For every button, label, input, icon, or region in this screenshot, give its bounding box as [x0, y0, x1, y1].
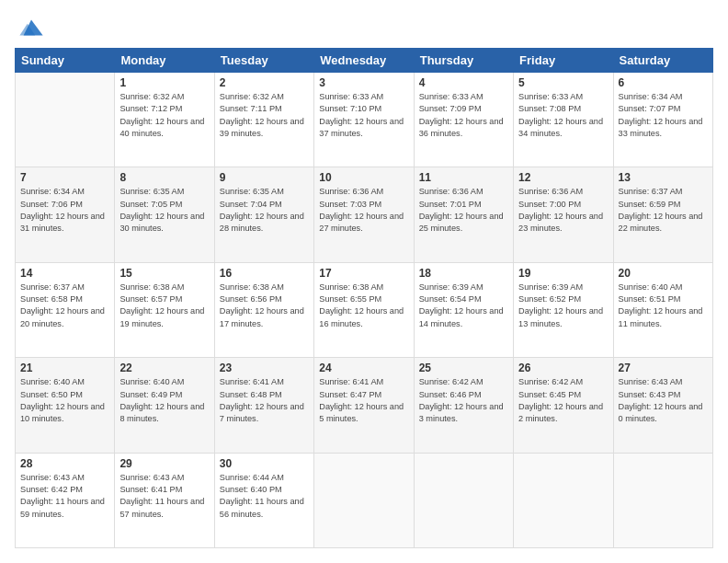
day-info: Sunrise: 6:40 AMSunset: 6:49 PMDaylight:…	[119, 376, 209, 425]
day-number: 2	[220, 76, 309, 89]
calendar-cell: 25Sunrise: 6:42 AMSunset: 6:46 PMDayligh…	[414, 358, 513, 453]
calendar-cell	[414, 453, 513, 547]
calendar-cell: 14Sunrise: 6:37 AMSunset: 6:58 PMDayligh…	[16, 262, 115, 357]
calendar-cell: 11Sunrise: 6:36 AMSunset: 7:01 PMDayligh…	[414, 167, 513, 262]
calendar-cell	[314, 453, 414, 547]
calendar-cell: 13Sunrise: 6:37 AMSunset: 6:59 PMDayligh…	[613, 167, 712, 262]
calendar-cell	[613, 453, 712, 547]
day-info: Sunrise: 6:36 AMSunset: 7:01 PMDaylight:…	[419, 186, 508, 235]
day-info: Sunrise: 6:34 AMSunset: 7:06 PMDaylight:…	[20, 186, 109, 235]
day-number: 15	[119, 267, 209, 280]
calendar-cell: 7Sunrise: 6:34 AMSunset: 7:06 PMDaylight…	[16, 167, 115, 262]
day-info: Sunrise: 6:39 AMSunset: 6:52 PMDaylight:…	[518, 282, 608, 330]
calendar-cell: 12Sunrise: 6:36 AMSunset: 7:00 PMDayligh…	[514, 167, 613, 262]
calendar-cell: 8Sunrise: 6:35 AMSunset: 7:05 PMDaylight…	[115, 167, 214, 262]
calendar-cell: 28Sunrise: 6:43 AMSunset: 6:42 PMDayligh…	[16, 453, 115, 547]
calendar-cell: 6Sunrise: 6:34 AMSunset: 7:07 PMDaylight…	[613, 73, 712, 167]
calendar-week-5: 28Sunrise: 6:43 AMSunset: 6:42 PMDayligh…	[16, 453, 713, 547]
day-number: 20	[619, 267, 708, 280]
day-number: 8	[119, 171, 209, 184]
day-number: 10	[319, 171, 408, 184]
calendar-cell: 29Sunrise: 6:43 AMSunset: 6:41 PMDayligh…	[115, 453, 214, 547]
day-info: Sunrise: 6:34 AMSunset: 7:07 PMDaylight:…	[619, 91, 708, 140]
weekday-thursday: Thursday	[414, 49, 513, 73]
calendar-cell: 15Sunrise: 6:38 AMSunset: 6:57 PMDayligh…	[115, 262, 214, 357]
calendar-cell: 21Sunrise: 6:40 AMSunset: 6:50 PMDayligh…	[16, 358, 115, 453]
day-info: Sunrise: 6:37 AMSunset: 6:59 PMDaylight:…	[619, 186, 708, 235]
day-number: 12	[518, 171, 608, 184]
logo	[15, 15, 44, 40]
day-number: 5	[518, 76, 608, 89]
calendar-week-1: 1Sunrise: 6:32 AMSunset: 7:12 PMDaylight…	[16, 73, 713, 167]
day-number: 17	[319, 267, 408, 280]
day-number: 29	[119, 457, 209, 470]
day-number: 25	[419, 362, 508, 374]
calendar-cell: 10Sunrise: 6:36 AMSunset: 7:03 PMDayligh…	[314, 167, 414, 262]
calendar-cell	[514, 453, 613, 547]
weekday-header-row: SundayMondayTuesdayWednesdayThursdayFrid…	[16, 49, 713, 73]
calendar-week-4: 21Sunrise: 6:40 AMSunset: 6:50 PMDayligh…	[16, 358, 713, 453]
calendar-cell: 24Sunrise: 6:41 AMSunset: 6:47 PMDayligh…	[314, 358, 414, 453]
day-info: Sunrise: 6:33 AMSunset: 7:08 PMDaylight:…	[518, 91, 608, 140]
header	[15, 15, 713, 40]
day-number: 23	[220, 362, 309, 374]
calendar-cell: 2Sunrise: 6:32 AMSunset: 7:11 PMDaylight…	[214, 73, 313, 167]
day-info: Sunrise: 6:44 AMSunset: 6:40 PMDaylight:…	[220, 472, 309, 521]
calendar-week-3: 14Sunrise: 6:37 AMSunset: 6:58 PMDayligh…	[16, 262, 713, 357]
calendar-cell: 23Sunrise: 6:41 AMSunset: 6:48 PMDayligh…	[214, 358, 313, 453]
calendar-cell: 22Sunrise: 6:40 AMSunset: 6:49 PMDayligh…	[115, 358, 214, 453]
day-number: 24	[319, 362, 408, 374]
day-number: 9	[220, 171, 309, 184]
day-info: Sunrise: 6:43 AMSunset: 6:43 PMDaylight:…	[619, 376, 708, 425]
day-info: Sunrise: 6:41 AMSunset: 6:47 PMDaylight:…	[319, 376, 408, 425]
calendar-cell: 4Sunrise: 6:33 AMSunset: 7:09 PMDaylight…	[414, 73, 513, 167]
calendar-cell: 9Sunrise: 6:35 AMSunset: 7:04 PMDaylight…	[214, 167, 313, 262]
day-info: Sunrise: 6:38 AMSunset: 6:57 PMDaylight:…	[119, 282, 209, 330]
calendar-cell: 26Sunrise: 6:42 AMSunset: 6:45 PMDayligh…	[514, 358, 613, 453]
day-info: Sunrise: 6:36 AMSunset: 7:00 PMDaylight:…	[518, 186, 608, 235]
weekday-monday: Monday	[115, 49, 214, 73]
weekday-saturday: Saturday	[613, 49, 712, 73]
day-number: 19	[518, 267, 608, 280]
calendar-cell: 5Sunrise: 6:33 AMSunset: 7:08 PMDaylight…	[514, 73, 613, 167]
day-info: Sunrise: 6:32 AMSunset: 7:12 PMDaylight:…	[119, 91, 209, 140]
calendar-cell: 30Sunrise: 6:44 AMSunset: 6:40 PMDayligh…	[214, 453, 313, 547]
calendar-cell: 19Sunrise: 6:39 AMSunset: 6:52 PMDayligh…	[514, 262, 613, 357]
day-number: 18	[419, 267, 508, 280]
weekday-wednesday: Wednesday	[314, 49, 414, 73]
day-number: 3	[319, 76, 408, 89]
day-info: Sunrise: 6:41 AMSunset: 6:48 PMDaylight:…	[220, 376, 309, 425]
calendar-cell: 18Sunrise: 6:39 AMSunset: 6:54 PMDayligh…	[414, 262, 513, 357]
calendar-cell: 27Sunrise: 6:43 AMSunset: 6:43 PMDayligh…	[613, 358, 712, 453]
day-info: Sunrise: 6:37 AMSunset: 6:58 PMDaylight:…	[20, 282, 109, 330]
day-info: Sunrise: 6:36 AMSunset: 7:03 PMDaylight:…	[319, 186, 408, 235]
day-info: Sunrise: 6:35 AMSunset: 7:04 PMDaylight:…	[220, 186, 309, 235]
day-number: 22	[119, 362, 209, 374]
calendar-week-2: 7Sunrise: 6:34 AMSunset: 7:06 PMDaylight…	[16, 167, 713, 262]
day-info: Sunrise: 6:32 AMSunset: 7:11 PMDaylight:…	[220, 91, 309, 140]
day-info: Sunrise: 6:33 AMSunset: 7:10 PMDaylight:…	[319, 91, 408, 140]
day-number: 30	[220, 457, 309, 470]
day-number: 11	[419, 171, 508, 184]
day-info: Sunrise: 6:39 AMSunset: 6:54 PMDaylight:…	[419, 282, 508, 330]
day-number: 28	[20, 457, 109, 470]
day-info: Sunrise: 6:33 AMSunset: 7:09 PMDaylight:…	[419, 91, 508, 140]
calendar-cell: 3Sunrise: 6:33 AMSunset: 7:10 PMDaylight…	[314, 73, 414, 167]
weekday-friday: Friday	[514, 49, 613, 73]
day-number: 6	[619, 76, 708, 89]
day-number: 26	[518, 362, 608, 374]
day-number: 27	[619, 362, 708, 374]
day-info: Sunrise: 6:38 AMSunset: 6:56 PMDaylight:…	[220, 282, 309, 330]
day-info: Sunrise: 6:38 AMSunset: 6:55 PMDaylight:…	[319, 282, 408, 330]
calendar-cell: 17Sunrise: 6:38 AMSunset: 6:55 PMDayligh…	[314, 262, 414, 357]
day-info: Sunrise: 6:43 AMSunset: 6:42 PMDaylight:…	[20, 472, 109, 521]
day-number: 14	[20, 267, 109, 280]
day-number: 1	[119, 76, 209, 89]
day-info: Sunrise: 6:42 AMSunset: 6:46 PMDaylight:…	[419, 376, 508, 425]
day-info: Sunrise: 6:40 AMSunset: 6:50 PMDaylight:…	[20, 376, 109, 425]
day-info: Sunrise: 6:42 AMSunset: 6:45 PMDaylight:…	[518, 376, 608, 425]
calendar-cell	[16, 73, 115, 167]
day-info: Sunrise: 6:35 AMSunset: 7:05 PMDaylight:…	[119, 186, 209, 235]
day-info: Sunrise: 6:40 AMSunset: 6:51 PMDaylight:…	[619, 282, 708, 330]
calendar-cell: 20Sunrise: 6:40 AMSunset: 6:51 PMDayligh…	[613, 262, 712, 357]
